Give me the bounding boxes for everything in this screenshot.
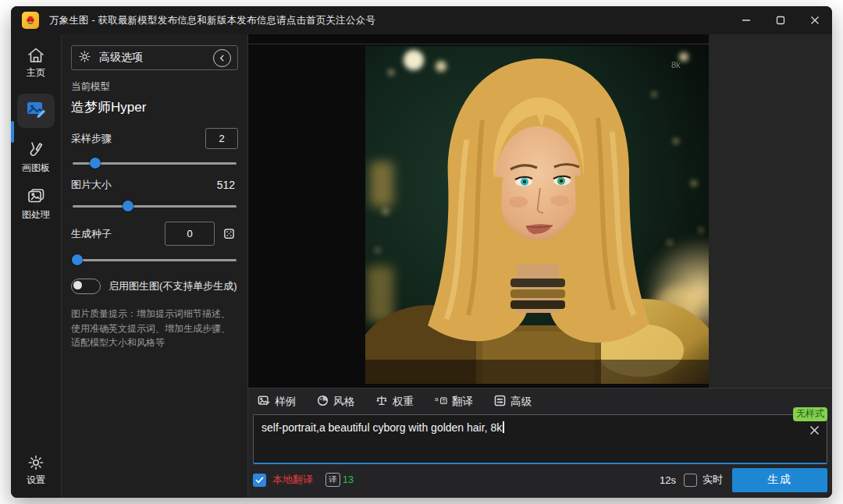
generation-time: 12s bbox=[660, 474, 676, 486]
random-seed-dice-icon[interactable] bbox=[219, 222, 238, 245]
preview-top-border bbox=[248, 44, 709, 44]
steps-slider[interactable] bbox=[73, 157, 237, 169]
toolbar-advanced-button[interactable]: 高级 bbox=[494, 395, 532, 409]
toolbar-translate-button[interactable]: a 翻译 bbox=[435, 395, 473, 409]
current-model-name[interactable]: 造梦师Hyper bbox=[71, 98, 238, 116]
maximize-button[interactable] bbox=[763, 6, 798, 34]
sidebar-item-home[interactable]: 主页 bbox=[27, 47, 45, 80]
collapse-panel-button[interactable] bbox=[213, 49, 231, 67]
panel-title: 高级选项 bbox=[99, 51, 213, 65]
style-palette-icon bbox=[317, 395, 329, 409]
sidebar: 主页 画 bbox=[11, 34, 61, 498]
toolbar-label: 样例 bbox=[275, 395, 296, 409]
active-tab-indicator bbox=[11, 121, 14, 143]
slider-track bbox=[73, 205, 237, 208]
image-size-slider[interactable] bbox=[73, 200, 237, 212]
sidebar-item-label: 画图板 bbox=[22, 161, 50, 175]
toolbar-label: 翻译 bbox=[452, 395, 473, 409]
img2img-label: 启用图生图(不支持单步生成) bbox=[108, 279, 237, 293]
toggle-knob bbox=[73, 281, 82, 289]
slider-thumb[interactable] bbox=[72, 254, 83, 265]
prompt-section: 样例 风格 bbox=[248, 389, 832, 498]
translate-engine-icon: 译 bbox=[325, 473, 340, 487]
close-button[interactable] bbox=[798, 6, 832, 34]
prompt-text: self-portrait,a beautiful cyborg with go… bbox=[261, 421, 502, 434]
generate-image-icon bbox=[26, 100, 46, 122]
steps-label: 采样步骤 bbox=[71, 132, 112, 146]
local-translate-checkbox[interactable] bbox=[253, 474, 266, 487]
svg-text:a: a bbox=[435, 396, 439, 403]
advanced-tune-icon bbox=[494, 395, 506, 409]
sidebar-item-label: 主页 bbox=[27, 66, 45, 80]
window-title: 万象生图 - 获取最新模型发布信息和新版本发布信息请点击首页关注公众号 bbox=[49, 14, 375, 27]
text-caret bbox=[503, 421, 504, 433]
translate-icon: a bbox=[435, 395, 447, 409]
preview-canvas: 8k bbox=[248, 34, 832, 389]
panel-header: 高级选项 bbox=[71, 45, 238, 70]
realtime-label: 实时 bbox=[702, 473, 723, 487]
app-window: 万象生图 - 获取最新模型发布信息和新版本发布信息请点击首页关注公众号 bbox=[11, 6, 832, 498]
image-size-label: 图片大小 bbox=[71, 178, 112, 192]
slider-thumb[interactable] bbox=[123, 201, 133, 211]
image-size-value: 512 bbox=[217, 179, 238, 191]
seed-value-input[interactable]: 0 bbox=[165, 222, 215, 246]
sample-image-icon bbox=[258, 395, 270, 409]
app-logo-icon bbox=[22, 12, 39, 29]
current-model-label: 当前模型 bbox=[71, 80, 238, 94]
image-watermark: 8k bbox=[671, 60, 681, 69]
local-translate-label: 本地翻译 bbox=[272, 473, 313, 487]
settings-gear-icon bbox=[27, 454, 44, 471]
sidebar-item-generate-image[interactable] bbox=[17, 94, 55, 128]
weight-scale-icon bbox=[375, 395, 388, 409]
draw-board-icon bbox=[27, 140, 45, 159]
advanced-options-panel: 高级选项 当前模型 造梦师Hyper 采样步骤 2 图片大小 512 bbox=[61, 34, 248, 498]
sidebar-item-label: 设置 bbox=[27, 474, 45, 487]
quality-tip-text: 图片质量提示：增加提示词细节描述、使用准确英文提示词、增加生成步骤、适配模型大小… bbox=[71, 307, 238, 350]
prompt-input[interactable]: self-portrait,a beautiful cyborg with go… bbox=[253, 414, 827, 464]
toolbar-label: 高级 bbox=[510, 395, 532, 409]
toolbar-label: 风格 bbox=[333, 395, 354, 409]
toolbar-weight-button[interactable]: 权重 bbox=[375, 395, 414, 409]
main-area: 8k 样例 bbox=[248, 34, 832, 498]
title-bar: 万象生图 - 获取最新模型发布信息和新版本发布信息请点击首页关注公众号 bbox=[11, 6, 832, 34]
img2img-toggle[interactable] bbox=[71, 279, 101, 294]
generate-button[interactable]: 生成 bbox=[732, 468, 827, 492]
sidebar-item-drawboard[interactable]: 画图板 bbox=[22, 140, 50, 175]
translate-count: 13 bbox=[343, 474, 354, 485]
prompt-toolbar: 样例 风格 bbox=[253, 389, 827, 414]
sidebar-item-label: 图处理 bbox=[22, 208, 50, 222]
realtime-checkbox[interactable] bbox=[684, 474, 697, 487]
toolbar-style-button[interactable]: 风格 bbox=[317, 395, 354, 409]
seed-label: 生成种子 bbox=[71, 227, 112, 241]
seed-slider[interactable] bbox=[73, 254, 237, 266]
image-process-icon bbox=[27, 187, 45, 206]
sidebar-item-imageprocess[interactable]: 图处理 bbox=[22, 187, 50, 222]
slider-thumb[interactable] bbox=[90, 158, 101, 169]
preview-right-strip bbox=[709, 34, 832, 388]
slider-track bbox=[73, 259, 237, 261]
toolbar-label: 权重 bbox=[393, 395, 414, 409]
clear-prompt-icon[interactable] bbox=[809, 424, 820, 438]
generated-image: 8k bbox=[365, 46, 709, 384]
style-badge[interactable]: 无样式 bbox=[793, 407, 827, 421]
sidebar-item-settings[interactable]: 设置 bbox=[27, 454, 45, 487]
toolbar-samples-button[interactable]: 样例 bbox=[258, 395, 296, 409]
options-gear-icon bbox=[78, 50, 91, 66]
steps-value-input[interactable]: 2 bbox=[205, 128, 238, 149]
home-icon bbox=[27, 47, 45, 64]
minimize-button[interactable] bbox=[729, 6, 763, 34]
status-bar: 本地翻译 译 13 12s 实时 生成 bbox=[253, 467, 827, 493]
